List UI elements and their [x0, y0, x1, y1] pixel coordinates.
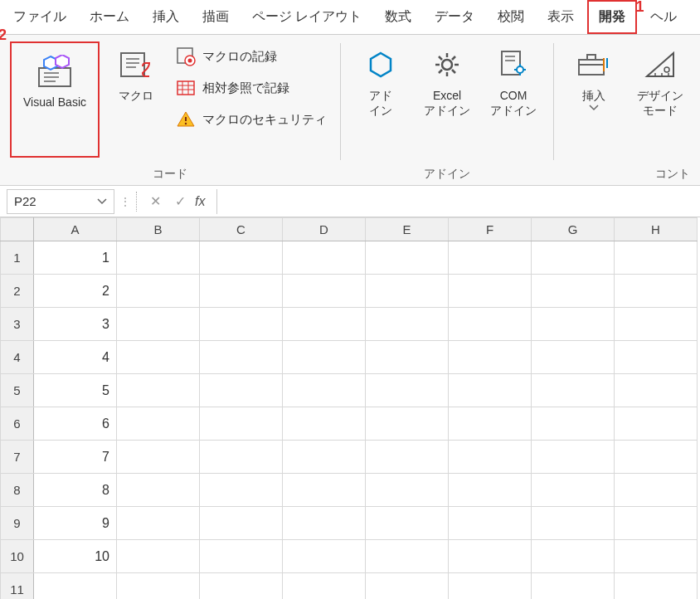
cell[interactable]	[615, 573, 698, 600]
cell[interactable]	[449, 374, 532, 407]
col-header-F[interactable]: F	[449, 218, 532, 241]
col-header-C[interactable]: C	[200, 218, 283, 241]
row-header[interactable]: 11	[1, 573, 34, 600]
design-mode-button[interactable]: デザイン モード	[630, 41, 690, 121]
cell[interactable]	[117, 474, 200, 507]
cell[interactable]: 1	[34, 241, 117, 275]
com-addin-button[interactable]: COM アドイン	[484, 41, 543, 121]
cell[interactable]	[615, 474, 698, 507]
cell[interactable]	[532, 540, 615, 573]
row-header[interactable]: 5	[1, 374, 34, 407]
col-header-D[interactable]: D	[283, 218, 366, 241]
cell[interactable]	[200, 474, 283, 507]
cell[interactable]	[200, 507, 283, 540]
cell[interactable]: 10	[34, 540, 117, 573]
cell[interactable]	[449, 341, 532, 374]
name-box[interactable]: P22	[7, 189, 114, 214]
cell[interactable]	[366, 441, 449, 474]
cell[interactable]: 8	[34, 474, 117, 507]
row-header[interactable]: 10	[1, 540, 34, 573]
cell[interactable]	[449, 573, 532, 600]
cell[interactable]	[283, 308, 366, 341]
row-header[interactable]: 1	[1, 241, 34, 275]
cell[interactable]	[200, 241, 283, 275]
cell[interactable]	[366, 275, 449, 308]
cell[interactable]	[366, 540, 449, 573]
formula-input[interactable]	[216, 189, 693, 214]
relative-reference-button[interactable]: 相対参照で記録	[176, 78, 327, 98]
menu-developer[interactable]: 1 開発	[587, 0, 637, 34]
cell[interactable]	[117, 507, 200, 540]
cell[interactable]	[532, 573, 615, 600]
row-header[interactable]: 3	[1, 308, 34, 341]
cell[interactable]	[449, 441, 532, 474]
menu-page-layout[interactable]: ページ レイアウト	[242, 2, 372, 32]
col-header-G[interactable]: G	[532, 218, 615, 241]
cell[interactable]	[615, 275, 698, 308]
cell[interactable]	[200, 441, 283, 474]
cell[interactable]	[200, 407, 283, 441]
col-header-E[interactable]: E	[366, 218, 449, 241]
cell[interactable]	[532, 507, 615, 540]
cell[interactable]	[117, 374, 200, 407]
menu-view[interactable]: 表示	[537, 2, 584, 32]
enter-button[interactable]: ✓	[170, 192, 190, 212]
cell[interactable]	[200, 275, 283, 308]
menu-help[interactable]: ヘル	[640, 2, 687, 32]
row-header[interactable]: 4	[1, 341, 34, 374]
cell[interactable]	[117, 275, 200, 308]
cell[interactable]	[283, 441, 366, 474]
cell[interactable]	[615, 308, 698, 341]
row-header[interactable]: 9	[1, 507, 34, 540]
cell[interactable]	[283, 374, 366, 407]
cell[interactable]	[366, 474, 449, 507]
macro-button[interactable]: マクロ	[106, 41, 166, 106]
cell[interactable]: 5	[34, 374, 117, 407]
cell[interactable]	[449, 407, 532, 441]
cell[interactable]	[117, 540, 200, 573]
cell[interactable]	[366, 573, 449, 600]
cell[interactable]	[615, 441, 698, 474]
cell[interactable]	[532, 241, 615, 275]
cell[interactable]: 6	[34, 407, 117, 441]
cell[interactable]	[283, 341, 366, 374]
cell[interactable]	[449, 474, 532, 507]
cell[interactable]: 2	[34, 275, 117, 308]
menu-formulas[interactable]: 数式	[375, 2, 421, 32]
cell[interactable]	[34, 573, 117, 600]
cell[interactable]	[200, 573, 283, 600]
cell[interactable]	[449, 275, 532, 308]
cell[interactable]	[200, 308, 283, 341]
menu-insert[interactable]: 挿入	[143, 2, 189, 32]
cell[interactable]	[532, 407, 615, 441]
macro-security-button[interactable]: マクロのセキュリティ	[176, 110, 327, 129]
cell[interactable]: 9	[34, 507, 117, 540]
cancel-button[interactable]: ✕	[145, 192, 165, 212]
cell[interactable]	[532, 441, 615, 474]
menu-review[interactable]: 校閲	[488, 2, 534, 32]
cell[interactable]	[200, 341, 283, 374]
cell[interactable]	[532, 308, 615, 341]
col-header-H[interactable]: H	[615, 218, 698, 241]
addin-button[interactable]: アド イン	[351, 41, 411, 121]
cell[interactable]	[117, 441, 200, 474]
cell[interactable]	[615, 540, 698, 573]
cell[interactable]	[117, 308, 200, 341]
cell[interactable]	[200, 540, 283, 573]
insert-control-button[interactable]: 挿入	[564, 41, 624, 114]
cell[interactable]	[366, 407, 449, 441]
cell[interactable]	[532, 474, 615, 507]
cell[interactable]	[366, 374, 449, 407]
cell[interactable]: 3	[34, 308, 117, 341]
cell[interactable]	[366, 308, 449, 341]
row-header[interactable]: 8	[1, 474, 34, 507]
menu-home[interactable]: ホーム	[80, 2, 139, 32]
cell[interactable]	[449, 540, 532, 573]
cell[interactable]	[366, 241, 449, 275]
menu-file[interactable]: ファイル	[3, 2, 76, 32]
cell[interactable]	[117, 241, 200, 275]
cell[interactable]	[615, 507, 698, 540]
cell[interactable]	[117, 341, 200, 374]
cell[interactable]	[449, 507, 532, 540]
cell[interactable]	[283, 407, 366, 441]
